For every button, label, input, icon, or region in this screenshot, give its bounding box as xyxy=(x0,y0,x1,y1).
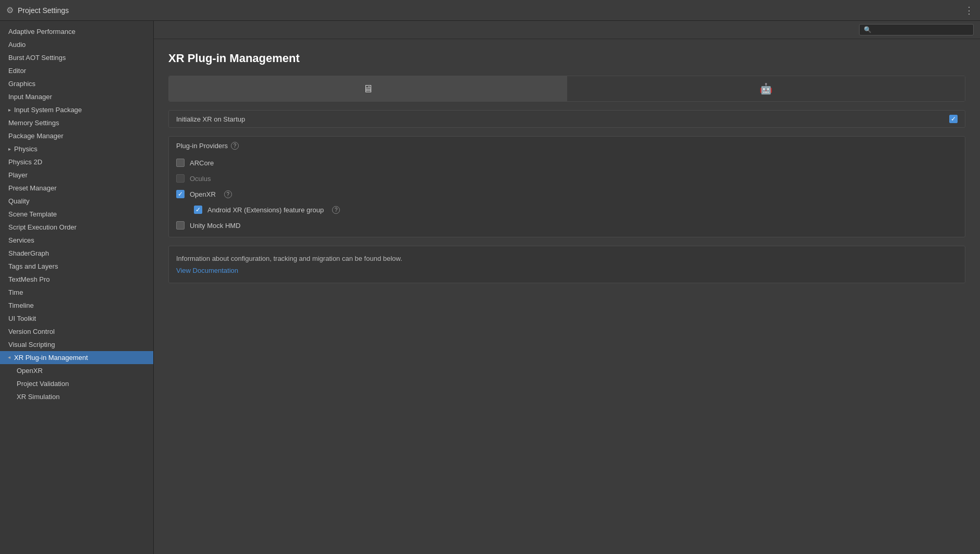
window-menu-icon[interactable]: ⋮ xyxy=(964,5,974,16)
provider-unity-mock-hmd-row: Unity Mock HMD xyxy=(169,218,965,237)
search-icon: 🔍 xyxy=(864,26,872,33)
provider-openxr-row: ✓ OpenXR ? xyxy=(169,186,965,202)
sidebar-item-label: Scene Template xyxy=(8,210,57,218)
sidebar-item-ui-toolkit[interactable]: UI Toolkit xyxy=(0,312,153,325)
sidebar-item-visual-scripting[interactable]: Visual Scripting xyxy=(0,338,153,351)
view-documentation-link[interactable]: View Documentation xyxy=(176,267,238,274)
initialize-xr-label: Initialize XR on Startup xyxy=(176,115,949,123)
sidebar-item-label: Input Manager xyxy=(8,93,52,101)
sidebar-item-time[interactable]: Time xyxy=(0,286,153,299)
sidebar-item-xr-simulation[interactable]: XR Simulation xyxy=(0,390,153,403)
sidebar: Adaptive PerformanceAudioBurst AOT Setti… xyxy=(0,21,154,554)
sidebar-item-label: Physics 2D xyxy=(8,158,42,166)
search-bar: 🔍 xyxy=(154,21,980,39)
sidebar-item-label: Graphics xyxy=(8,80,35,88)
sidebar-item-label: XR Plug-in Management xyxy=(14,354,88,362)
openxr-label: OpenXR xyxy=(190,190,216,198)
sidebar-item-label: UI Toolkit xyxy=(8,315,36,322)
info-text: Information about configuration, trackin… xyxy=(176,255,958,262)
sidebar-item-label: Audio xyxy=(8,41,26,49)
sidebar-item-label: ShaderGraph xyxy=(8,249,49,257)
sidebar-item-shader-graph[interactable]: ShaderGraph xyxy=(0,247,153,260)
gear-icon: ⚙ xyxy=(6,5,14,15)
sidebar-item-label: Timeline xyxy=(8,302,34,309)
sidebar-item-memory-settings[interactable]: Memory Settings xyxy=(0,116,153,129)
unity-mock-hmd-checkbox[interactable] xyxy=(176,221,185,230)
sidebar-item-physics-2d[interactable]: Physics 2D xyxy=(0,155,153,168)
sidebar-item-audio[interactable]: Audio xyxy=(0,38,153,51)
unity-mock-hmd-label: Unity Mock HMD xyxy=(190,222,241,230)
providers-section: Plug-in Providers ? ARCore Oculus ✓ Open… xyxy=(168,136,965,237)
oculus-label: Oculus xyxy=(190,175,211,183)
initialize-xr-section: Initialize XR on Startup ✓ xyxy=(168,110,965,128)
providers-header: Plug-in Providers ? xyxy=(169,137,965,155)
sidebar-item-label: Project Validation xyxy=(17,380,69,388)
main-layout: Adaptive PerformanceAudioBurst AOT Setti… xyxy=(0,21,980,554)
sidebar-item-label: Visual Scripting xyxy=(8,341,55,348)
android-xr-label: Android XR (Extensions) feature group xyxy=(207,206,324,214)
openxr-checkbox[interactable]: ✓ xyxy=(176,190,185,198)
sidebar-item-label: TextMesh Pro xyxy=(8,275,50,283)
provider-android-xr-row: ✓ Android XR (Extensions) feature group … xyxy=(169,202,965,218)
content-scroll: XR Plug-in Management 🖥 🤖 Initialize XR … xyxy=(154,39,980,554)
sidebar-item-adaptive-performance[interactable]: Adaptive Performance xyxy=(0,25,153,38)
triangle-icon: ▸ xyxy=(8,146,11,152)
triangle-icon: ▸ xyxy=(8,107,11,113)
initialize-xr-row: Initialize XR on Startup ✓ xyxy=(169,111,965,127)
title-bar-left: ⚙ Project Settings xyxy=(6,5,69,15)
sidebar-item-openxr[interactable]: OpenXR xyxy=(0,364,153,377)
sidebar-item-burst-aot[interactable]: Burst AOT Settings xyxy=(0,51,153,64)
sidebar-item-label: Time xyxy=(8,288,23,296)
sidebar-item-label: OpenXR xyxy=(17,367,43,375)
sidebar-item-label: Tags and Layers xyxy=(8,262,58,270)
search-input[interactable] xyxy=(875,26,969,33)
sidebar-item-script-execution-order[interactable]: Script Execution Order xyxy=(0,221,153,234)
sidebar-item-label: Player xyxy=(8,171,28,179)
sidebar-item-services[interactable]: Services xyxy=(0,234,153,247)
provider-arcore-row: ARCore xyxy=(169,155,965,171)
sidebar-item-xr-plugin-management[interactable]: ▾XR Plug-in Management xyxy=(0,351,153,364)
sidebar-item-label: Services xyxy=(8,236,34,244)
sidebar-item-label: Preset Manager xyxy=(8,184,57,192)
tab-android[interactable]: 🤖 xyxy=(567,76,965,101)
window-title: Project Settings xyxy=(18,6,69,15)
sidebar-item-project-validation[interactable]: Project Validation xyxy=(0,377,153,390)
sidebar-item-version-control[interactable]: Version Control xyxy=(0,325,153,338)
sidebar-item-package-manager[interactable]: Package Manager xyxy=(0,129,153,142)
sidebar-item-label: Editor xyxy=(8,67,26,75)
sidebar-item-timeline[interactable]: Timeline xyxy=(0,299,153,312)
android-xr-checkbox[interactable]: ✓ xyxy=(194,206,202,214)
arcore-checkbox[interactable] xyxy=(176,159,185,167)
sidebar-item-label: XR Simulation xyxy=(17,393,59,401)
tab-desktop[interactable]: 🖥 xyxy=(169,76,567,101)
sidebar-item-player[interactable]: Player xyxy=(0,168,153,182)
sidebar-item-tags-and-layers[interactable]: Tags and Layers xyxy=(0,260,153,273)
openxr-help-icon[interactable]: ? xyxy=(224,190,232,198)
title-bar: ⚙ Project Settings ⋮ xyxy=(0,0,980,21)
sidebar-item-graphics[interactable]: Graphics xyxy=(0,77,153,90)
sidebar-item-label: Version Control xyxy=(8,328,55,335)
info-section: Information about configuration, trackin… xyxy=(168,246,965,283)
desktop-icon: 🖥 xyxy=(363,83,373,95)
oculus-checkbox[interactable] xyxy=(176,174,185,183)
sidebar-item-physics[interactable]: ▸Physics xyxy=(0,142,153,155)
sidebar-item-label: Memory Settings xyxy=(8,119,59,127)
sidebar-item-textmesh-pro[interactable]: TextMesh Pro xyxy=(0,273,153,286)
android-icon: 🤖 xyxy=(760,82,773,95)
sidebar-item-label: Burst AOT Settings xyxy=(8,54,66,62)
triangle-icon: ▾ xyxy=(7,356,13,359)
providers-title: Plug-in Providers xyxy=(176,142,228,150)
sidebar-item-input-system-package[interactable]: ▸Input System Package xyxy=(0,103,153,116)
sidebar-item-editor[interactable]: Editor xyxy=(0,64,153,77)
providers-help-icon[interactable]: ? xyxy=(231,142,239,150)
sidebar-item-label: Quality xyxy=(8,197,29,205)
content-area: 🔍 XR Plug-in Management 🖥 🤖 Initialize xyxy=(154,21,980,554)
sidebar-item-input-manager[interactable]: Input Manager xyxy=(0,90,153,103)
initialize-xr-checkbox[interactable]: ✓ xyxy=(949,115,958,123)
sidebar-item-label: Input System Package xyxy=(14,106,82,114)
sidebar-item-scene-template[interactable]: Scene Template xyxy=(0,208,153,221)
sidebar-item-preset-manager[interactable]: Preset Manager xyxy=(0,182,153,195)
search-input-wrap: 🔍 xyxy=(859,24,974,35)
android-xr-help-icon[interactable]: ? xyxy=(332,206,340,214)
sidebar-item-quality[interactable]: Quality xyxy=(0,195,153,208)
